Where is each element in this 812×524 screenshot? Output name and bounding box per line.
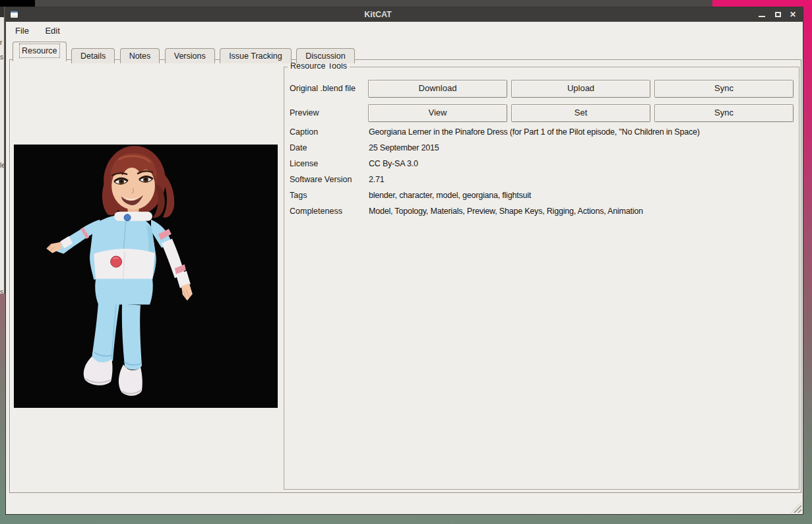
resource-tools-group: Resource Tools Original .blend file Down… [284,67,799,490]
tags-label: Tags [290,190,307,201]
set-button[interactable]: Set [511,104,650,122]
desktop-pink-strip [712,0,812,7]
view-button[interactable]: View [368,104,507,122]
background-text-fragment: r [0,40,2,46]
sync-preview-button[interactable]: Sync [654,104,794,122]
desktop-bottom-strip [0,515,812,524]
preview-image [14,145,278,408]
download-button[interactable]: Download [368,80,507,98]
tab-issue-tracking[interactable]: Issue Tracking [220,48,292,63]
license-label: License [290,158,318,170]
tab-strip: Resource Details Notes Versions Issue Tr… [13,42,357,68]
window-title: KitCAT [6,7,750,22]
completeness-label: Completeness [290,206,342,217]
preview-label: Preview [290,104,319,122]
character-render-georgiana [14,145,278,408]
minimize-button[interactable] [756,9,768,20]
minimize-icon [759,16,765,17]
tab-versions[interactable]: Versions [165,48,215,63]
resource-tab-panel: Resource Tools Original .blend file Down… [9,59,801,493]
background-window-sliver: r s le s [0,7,5,294]
background-text-fragment: s [0,54,3,61]
tab-discussion[interactable]: Discussion [296,48,354,63]
caption-value: Georgiana Lerner in the Pinafore Dress (… [369,127,700,138]
close-button[interactable]: ✕ [787,9,799,20]
menu-file[interactable]: File [9,22,36,40]
tab-notes[interactable]: Notes [120,48,160,63]
background-text-fragment: le [0,162,5,169]
maximize-button[interactable] [772,9,784,20]
desktop: r s le s KitCAT ✕ File Edit Resource Det… [0,0,812,524]
date-value: 25 September 2015 [369,143,439,154]
software-version-label: Software Version [290,174,352,185]
kitcat-window: KitCAT ✕ File Edit Resource Details Note… [5,7,803,515]
menubar: File Edit [6,22,803,39]
resize-grip[interactable] [791,502,801,513]
sync-blend-button[interactable]: Sync [654,80,794,98]
tab-resource[interactable]: Resource [13,42,67,61]
completeness-value: Model, Topology, Materials, Preview, Sha… [369,206,643,217]
maximize-icon [775,12,781,17]
software-version-value: 2.71 [369,174,385,185]
desktop-top-left-corner [0,0,35,7]
background-text-fragment: s [0,289,3,294]
upload-button[interactable]: Upload [511,80,650,98]
menu-edit[interactable]: Edit [38,22,66,40]
titlebar[interactable]: KitCAT ✕ [6,7,803,22]
desktop-right-edge [803,7,812,515]
original-blend-file-label: Original .blend file [290,80,356,98]
license-value: CC By-SA 3.0 [369,158,418,170]
tab-details[interactable]: Details [71,48,115,63]
close-icon: ✕ [790,9,796,20]
background-window-titlebar-sliver [0,7,5,17]
date-label: Date [290,143,307,154]
tags-value: blender, character, model, georgiana, fl… [369,190,531,201]
caption-label: Caption [290,127,318,138]
desktop-top-strip [35,0,712,7]
